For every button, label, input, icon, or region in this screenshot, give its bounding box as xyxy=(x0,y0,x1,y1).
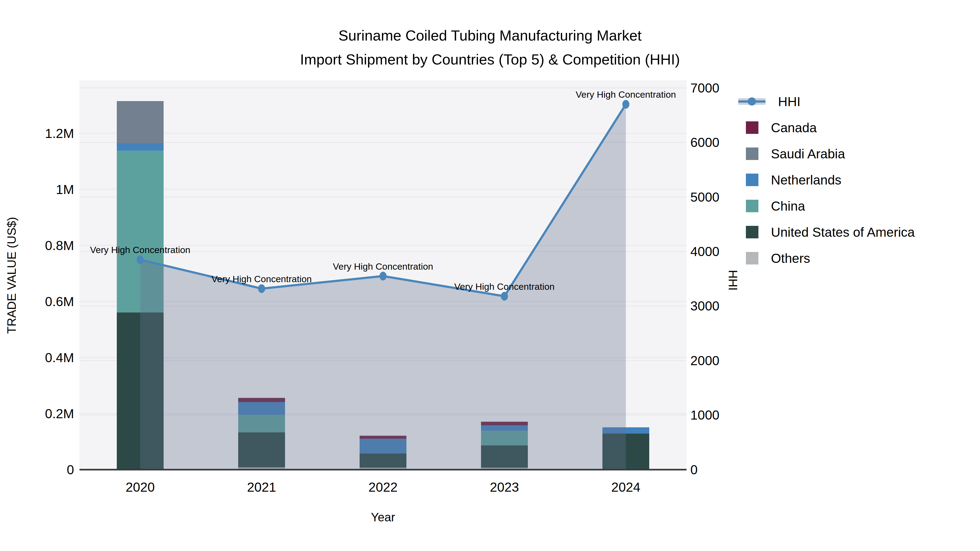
canada-swatch-icon xyxy=(746,121,759,134)
chart-title-line1: Suriname Coiled Tubing Manufacturing Mar… xyxy=(338,27,642,43)
annotation-2021: Very High Concentration xyxy=(212,274,312,284)
chart-canvas: 00.2M0.4M0.6M0.8M1M1.2M01000200030004000… xyxy=(0,0,980,551)
y-left-tick-1.2M: 1.2M xyxy=(45,126,74,141)
annotation-2024: Very High Concentration xyxy=(576,89,676,100)
x-tick-2021: 2021 xyxy=(247,480,276,494)
y-left-tick-1M: 1M xyxy=(56,182,74,197)
saudi-arabia-swatch-icon xyxy=(746,148,759,160)
x-tick-2020: 2020 xyxy=(126,480,155,494)
hhi-point-2021 xyxy=(258,284,265,293)
china-swatch-icon xyxy=(746,200,759,212)
y-left-tick-0: 0 xyxy=(67,462,74,477)
hhi-point-2022 xyxy=(379,272,387,281)
y-right-tick-6000: 6000 xyxy=(690,135,719,150)
hhi-point-2023 xyxy=(501,292,508,301)
y-right-tick-4000: 4000 xyxy=(690,245,719,259)
legend-item-netherlands: Netherlands xyxy=(738,167,915,193)
y-left-tick-0.2M: 0.2M xyxy=(45,407,74,421)
x-axis-line xyxy=(80,469,687,470)
bar-segment-2020-saudi-arabia xyxy=(117,101,164,143)
legend-label-hhi: HHI xyxy=(778,94,800,109)
chart-figure: 00.2M0.4M0.6M0.8M1M1.2M01000200030004000… xyxy=(0,0,980,551)
legend-label-usa: United States of America xyxy=(771,225,915,240)
hhi-line-swatch-icon xyxy=(738,98,765,105)
legend-label-netherlands: Netherlands xyxy=(771,173,842,187)
y-axis-title-right: HHI xyxy=(726,270,740,291)
others-swatch-icon xyxy=(746,252,759,265)
legend-item-china: China xyxy=(738,193,915,219)
y-right-tick-3000: 3000 xyxy=(690,299,719,313)
y-right-tick-7000: 7000 xyxy=(690,81,719,95)
legend-item-others: Others xyxy=(738,245,915,271)
x-tick-2023: 2023 xyxy=(490,480,519,494)
legend-item-usa: United States of America xyxy=(738,219,915,245)
y-left-tick-0.6M: 0.6M xyxy=(45,294,74,309)
x-tick-2022: 2022 xyxy=(369,480,398,494)
y-axis-title-left: TRADE VALUE (US$) xyxy=(5,217,18,334)
annotation-2023: Very High Concentration xyxy=(454,281,555,292)
netherlands-swatch-icon xyxy=(746,174,759,186)
x-axis-title: Year xyxy=(371,510,395,524)
legend: HHI Canada Saudi Arabia Netherlands Chin… xyxy=(738,89,915,271)
legend-label-china: China xyxy=(771,198,805,214)
legend-label-saudi-arabia: Saudi Arabia xyxy=(771,146,845,161)
usa-swatch-icon xyxy=(746,226,759,238)
annotation-2020: Very High Concentration xyxy=(90,245,191,255)
bar-segment-2020-netherlands xyxy=(117,143,164,151)
legend-item-saudi-arabia: Saudi Arabia xyxy=(738,141,915,167)
y-right-tick-0: 0 xyxy=(690,462,698,477)
y-left-tick-0.4M: 0.4M xyxy=(45,351,74,365)
legend-label-canada: Canada xyxy=(771,120,817,135)
y-left-tick-0.8M: 0.8M xyxy=(45,238,74,253)
legend-label-others: Others xyxy=(771,251,810,266)
y-right-tick-5000: 5000 xyxy=(690,190,719,204)
chart-title-line2: Import Shipment by Countries (Top 5) & C… xyxy=(300,51,680,67)
hhi-point-2020 xyxy=(137,255,144,264)
y-right-tick-1000: 1000 xyxy=(690,408,719,422)
y-right-tick-2000: 2000 xyxy=(690,354,719,368)
legend-item-hhi: HHI xyxy=(738,89,915,114)
x-tick-2024: 2024 xyxy=(611,480,641,494)
hhi-point-2024 xyxy=(622,100,629,109)
legend-item-canada: Canada xyxy=(738,114,915,141)
annotation-2022: Very High Concentration xyxy=(333,261,433,272)
